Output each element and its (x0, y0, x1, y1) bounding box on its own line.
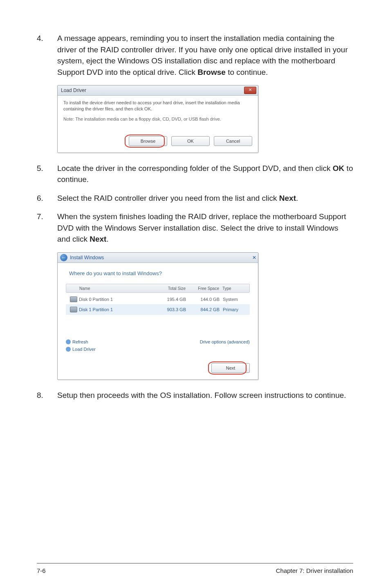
dialog-body: To install the device driver needed to a… (58, 96, 258, 153)
load-driver-icon (66, 347, 71, 352)
back-icon[interactable]: ← (60, 254, 67, 261)
cell-free: 844.2 GB (191, 307, 223, 312)
disk-icon (70, 307, 77, 312)
step-text: Locate the driver in the corresponding f… (57, 163, 353, 185)
cell-type: Primary (223, 307, 247, 312)
step-text: A message appears, reminding you to inse… (57, 33, 353, 78)
next-button-row: Next (66, 363, 250, 373)
instruction-list: 4. A message appears, reminding you to i… (37, 33, 353, 401)
col-total-size: Total Size (153, 286, 191, 291)
step-text: Setup then proceeds with the OS installa… (57, 390, 353, 401)
close-icon[interactable]: ✕ (252, 255, 256, 260)
partition-table: Name Total Size Free Space Type Disk 0 P… (66, 284, 250, 315)
dialog-titlebar: ← Install Windows ✕ (58, 253, 258, 263)
dialog-note: Note: The installation media can be a fl… (63, 116, 252, 122)
step-text: When the system finishes loading the RAI… (57, 211, 353, 245)
load-driver-link[interactable]: Load Driver (66, 347, 96, 352)
close-icon[interactable]: ✕ (244, 87, 256, 94)
dialog-message: To install the device driver needed to a… (63, 100, 252, 112)
drive-options-advanced-link[interactable]: Drive options (advanced) (200, 339, 250, 352)
cell-name: Disk 1 Partition 1 (79, 307, 153, 312)
cell-type: System (223, 297, 247, 302)
dialog-button-row: Browse OK Cancel (63, 136, 252, 147)
dialog-title: Load Driver (61, 88, 86, 93)
table-row[interactable]: Disk 0 Partition 1 195.4 GB 144.0 GB Sys… (66, 294, 250, 305)
ok-button[interactable]: OK (171, 136, 210, 146)
step-number: 7. (37, 211, 57, 245)
table-row[interactable]: Disk 1 Partition 1 903.3 GB 844.2 GB Pri… (66, 305, 250, 315)
cancel-button[interactable]: Cancel (214, 136, 252, 146)
refresh-label: Refresh (72, 339, 88, 344)
step-text-a: Setup then proceeds with the OS installa… (57, 391, 346, 399)
footer-page-number: 7-6 (37, 567, 46, 574)
step-bold: Next (90, 235, 106, 243)
step-text: Select the RAID controller driver you ne… (57, 193, 353, 204)
refresh-link[interactable]: Refresh (66, 339, 96, 344)
install-windows-dialog: ← Install Windows ✕ Where do you want to… (57, 252, 258, 380)
step-number: 6. (37, 193, 57, 204)
document-page: 4. A message appears, reminding you to i… (0, 0, 390, 588)
step-text-a: Select the RAID controller driver you ne… (57, 194, 279, 202)
col-free-space: Free Space (191, 286, 222, 291)
step-number: 4. (37, 33, 57, 78)
step-text-b: . (296, 194, 298, 202)
col-type: Type (222, 286, 247, 291)
dialog-heading: Where do you want to install Windows? (69, 270, 250, 276)
browse-button[interactable]: Browse (129, 136, 167, 146)
figure-load-driver: Load Driver ✕ To install the device driv… (57, 85, 353, 153)
disk-icon (70, 296, 77, 302)
step-text-b: . (106, 235, 108, 243)
figure-install-windows: ← Install Windows ✕ Where do you want to… (57, 252, 353, 380)
dialog-titlebar: Load Driver ✕ (58, 85, 258, 96)
next-callout: Next (211, 363, 250, 373)
refresh-icon (66, 339, 71, 344)
footer-rule (37, 563, 353, 563)
step-7: 7. When the system finishes loading the … (37, 211, 353, 245)
step-6: 6. Select the RAID controller driver you… (37, 193, 353, 204)
drive-options-row: Refresh Load Driver Drive options (advan… (66, 339, 250, 352)
step-number: 8. (37, 390, 57, 401)
table-header: Name Total Size Free Space Type (66, 284, 250, 293)
browse-callout: Browse (129, 136, 167, 146)
cell-name: Disk 0 Partition 1 (79, 297, 153, 302)
cell-total: 195.4 GB (153, 297, 191, 302)
col-name: Name (79, 286, 153, 291)
step-8: 8. Setup then proceeds with the OS insta… (37, 390, 353, 401)
step-text-a: Locate the driver in the corresponding f… (57, 164, 333, 173)
load-driver-dialog: Load Driver ✕ To install the device driv… (57, 85, 258, 153)
step-bold: Next (279, 194, 296, 202)
load-driver-label: Load Driver (72, 347, 96, 352)
step-number: 5. (37, 163, 57, 185)
step-bold: Browse (197, 68, 226, 76)
cell-free: 144.0 GB (191, 297, 223, 302)
dialog-content: Where do you want to install Windows? Na… (58, 263, 258, 379)
dialog-title: Install Windows (70, 255, 104, 260)
next-button[interactable]: Next (211, 363, 250, 373)
step-4: 4. A message appears, reminding you to i… (37, 33, 353, 78)
step-text-b: to continue. (226, 68, 268, 76)
footer-chapter: Chapter 7: Driver installation (276, 567, 353, 574)
step-bold: OK (333, 164, 345, 173)
page-footer: 7-6 Chapter 7: Driver installation (37, 567, 353, 574)
step-5: 5. Locate the driver in the correspondin… (37, 163, 353, 185)
cell-total: 903.3 GB (153, 307, 191, 312)
